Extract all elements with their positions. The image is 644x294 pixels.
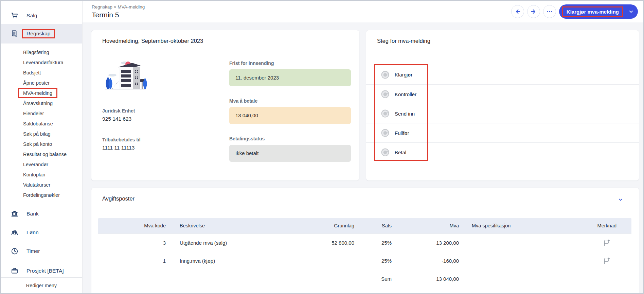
sidebar-item-prosjekt[interactable]: Prosjekt [BETA] xyxy=(1,263,82,277)
sidebar-item-timer[interactable]: Timer xyxy=(1,243,82,259)
sidebar-item-label: Lønn xyxy=(26,229,39,236)
chevron-down-icon xyxy=(617,196,624,203)
sidebar-item-saldobalanse[interactable]: Saldobalanse xyxy=(1,119,82,129)
sidebar-item-leverandor[interactable]: Leverandør xyxy=(1,159,82,170)
step-betal[interactable]: Betal xyxy=(366,142,639,162)
topbar: Regnskap > MVA-melding Termin 5 xyxy=(83,1,643,22)
arrow-right-icon xyxy=(530,8,537,15)
content-area: Hovedmelding, September-oktober 2023 xyxy=(83,22,643,293)
add-note-button[interactable] xyxy=(554,234,631,252)
sidebar-item-bank[interactable]: Bank xyxy=(1,206,82,222)
topbar-left: Regnskap > MVA-melding Termin 5 xyxy=(92,4,145,19)
cell-beskrivelse: Inng.mva (kjøp) xyxy=(166,252,275,270)
column-header-grunnlag: Grunnlag xyxy=(275,218,355,234)
cell-grunnlag xyxy=(275,252,355,270)
cell-mva-link[interactable]: -160,00 xyxy=(392,252,459,270)
collapse-card-button[interactable] xyxy=(617,196,624,203)
sidebar-item-label: Salg xyxy=(26,13,37,19)
tilbakebetales-til-value: 1111 11 11113 xyxy=(102,144,218,152)
sidebar: Salg Regnskap Bilagsføring Leverandørfak… xyxy=(1,1,83,293)
ellipsis-icon xyxy=(546,8,553,15)
cell-mva-spesifikasjon xyxy=(459,252,554,270)
sidebar-item-label: Prosjekt [BETA] xyxy=(26,268,64,274)
sidebar-item-fordelingsnokler[interactable]: Fordelingsnøkler xyxy=(1,190,82,200)
card-divider xyxy=(377,51,628,51)
betalingsstatus-label: Betalingsstatus xyxy=(229,136,351,142)
sidebar-item-arsavslutning[interactable]: Årsavslutning xyxy=(1,98,82,108)
cell-grunnlag-link[interactable]: 52 800,00 xyxy=(275,234,355,252)
annotation-box-regnskap: Regnskap xyxy=(22,29,55,38)
column-header-mva-kode: Mva-kode xyxy=(98,218,166,234)
sidebar-item-bilagsforing[interactable]: Bilagsføring xyxy=(1,47,82,57)
chevron-down-icon xyxy=(628,8,634,15)
building-illustration-icon xyxy=(102,57,148,91)
step-klargjor[interactable]: Klargjør xyxy=(366,65,639,84)
sidebar-item-valutakurser[interactable]: Valutakurser xyxy=(1,180,82,190)
sidebar-item-kontoplan[interactable]: Kontoplan xyxy=(1,170,82,180)
step-pending-icon xyxy=(381,90,390,99)
briefcase-icon xyxy=(10,266,19,275)
sidebar-item-regnskap[interactable]: Regnskap xyxy=(1,24,82,44)
breadcrumb[interactable]: Regnskap > MVA-melding xyxy=(92,4,145,10)
avgiftsposter-card: Avgiftsposter Mva-kode Beskrivelse G xyxy=(91,188,639,293)
cell-sats: 25% xyxy=(355,234,392,252)
sidebar-item-label: Bank xyxy=(26,211,39,217)
bank-icon xyxy=(10,209,19,218)
sidebar-item-salg[interactable]: Salg xyxy=(1,7,82,24)
steps-card: Steg for mva-melding Klargjør Kont xyxy=(366,30,639,181)
steps-list: Klargjør Kontroller Send inn xyxy=(366,65,639,162)
juridisk-enhet-field: Juridisk Enhet 925 141 623 xyxy=(102,108,218,123)
cell-mva-kode: 3 xyxy=(98,234,166,252)
primary-button-dropdown[interactable] xyxy=(624,4,638,19)
back-button[interactable] xyxy=(511,5,524,18)
sidebar-item-eiendeler[interactable]: Eiendeler xyxy=(1,108,82,119)
sum-value: 13 040,00 xyxy=(392,269,459,289)
sidebar-item-sok-pa-bilag[interactable]: Søk på bilag xyxy=(1,129,82,139)
hovedmelding-right-column: Frist for innsending 11. desember 2023 M… xyxy=(229,60,351,173)
sidebar-item-lonn[interactable]: Lønn xyxy=(1,224,82,241)
table-row: 1 Inng.mva (kjøp) 25% -160,00 xyxy=(98,252,631,270)
edit-menu-label: Rediger meny xyxy=(26,283,57,288)
cell-mva-link[interactable]: 13 200,00 xyxy=(392,234,459,252)
table-sum-row: Sum 13 040,00 xyxy=(98,269,631,289)
step-pending-icon xyxy=(381,148,390,157)
column-header-beskrivelse: Beskrivelse xyxy=(166,218,275,234)
cell-mva-spesifikasjon xyxy=(459,234,554,252)
step-kontroller[interactable]: Kontroller xyxy=(366,84,639,104)
step-pending-icon xyxy=(381,109,390,118)
frist-for-innsending-value: 11. desember 2023 xyxy=(229,69,351,86)
forward-button[interactable] xyxy=(527,5,540,18)
people-icon xyxy=(10,228,19,237)
sidebar-item-apne-poster[interactable]: Åpne poster xyxy=(1,78,82,88)
step-pending-icon xyxy=(381,128,390,137)
step-fullfor[interactable]: Fullfør xyxy=(366,123,639,142)
sidebar-item-leverandorfaktura[interactable]: Leverandørfaktura xyxy=(1,57,82,68)
add-note-button[interactable] xyxy=(554,252,631,270)
edit-menu-button[interactable]: Rediger meny xyxy=(1,277,82,293)
sidebar-item-sok-pa-konto[interactable]: Søk på konto xyxy=(1,139,82,149)
sidebar-item-resultat-og-balanse[interactable]: Resultat og balanse xyxy=(1,149,82,159)
mva-a-betale-label: Mva å betale xyxy=(229,98,351,104)
more-button[interactable] xyxy=(543,5,556,18)
mva-a-betale-field: Mva å betale 13 040,00 xyxy=(229,98,351,124)
cell-mva-kode: 1 xyxy=(98,252,166,270)
column-header-merknad: Merknad xyxy=(554,218,631,234)
avgiftsposter-table: Mva-kode Beskrivelse Grunnlag Sats Mva M… xyxy=(98,218,631,289)
table-header-row: Mva-kode Beskrivelse Grunnlag Sats Mva M… xyxy=(98,218,631,234)
column-header-mva-spesifikasjon: Mva spesifikasjon xyxy=(459,218,554,234)
sidebar-item-mva-melding[interactable]: MVA-melding xyxy=(1,88,82,98)
klargjor-mva-melding-button[interactable]: Klargjør mva-melding xyxy=(562,6,623,17)
sidebar-item-budsjett[interactable]: Budsjett xyxy=(1,68,82,78)
betalingsstatus-value: Ikke betalt xyxy=(229,145,351,162)
betalingsstatus-field: Betalingsstatus Ikke betalt xyxy=(229,136,351,162)
flag-add-icon xyxy=(603,257,610,263)
arrow-left-icon xyxy=(514,8,521,15)
step-send-inn[interactable]: Send inn xyxy=(366,104,639,123)
steps-card-title: Steg for mva-melding xyxy=(377,38,430,44)
regnskap-submenu: Bilagsføring Leverandørfaktura Budsjett … xyxy=(1,47,82,200)
annotation-box-mva-melding: MVA-melding xyxy=(18,88,57,98)
table-row: 3 Utgående mva (salg) 52 800,00 25% 13 2… xyxy=(98,234,631,252)
flag-add-icon xyxy=(603,239,610,245)
frist-for-innsending-label: Frist for innsending xyxy=(229,60,351,66)
tilbakebetales-til-field: Tilbakebetales til 1111 11 11113 xyxy=(102,137,218,152)
